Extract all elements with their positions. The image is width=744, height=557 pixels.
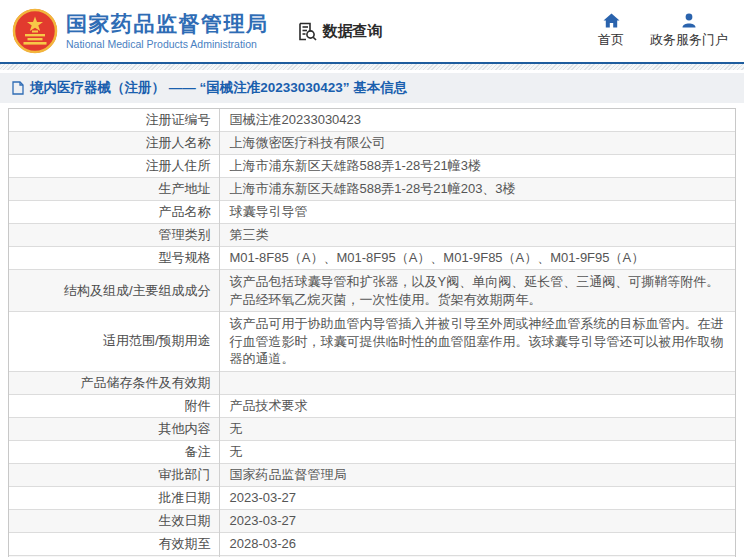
table-row: 适用范围/预期用途 该产品可用于协助血管内导管插入并被引导至外周或神经血管系统的… [9,312,735,372]
table-row: 备注 无 [9,440,735,463]
row-label: 型号规格 [9,247,219,270]
nav-gov-portal-label: 政务服务门户 [650,31,728,49]
header-nav: 首页 政务服务门户 [598,13,728,49]
row-label: 管理类别 [9,224,219,247]
row-label: 审批部门 [9,463,219,486]
hatch-band-divider [0,64,744,70]
org-title-en: National Medical Products Administration [66,38,269,50]
table-row: 注册人名称 上海微密医疗科技有限公司 [9,132,735,155]
row-value [219,371,735,394]
row-label: 注册证编号 [9,109,219,132]
row-label: 其他内容 [9,417,219,440]
row-value: 产品技术要求 [219,394,735,417]
registration-info-table: 注册证编号 国械注准20233030423 注册人名称 上海微密医疗科技有限公司… [9,109,735,557]
document-icon [12,81,24,95]
row-label: 生产地址 [9,178,219,201]
row-value: 2023-03-27 [219,509,735,532]
row-value: 无 [219,440,735,463]
row-label: 生效日期 [9,509,219,532]
nav-home[interactable]: 首页 [598,13,624,49]
row-value: 上海市浦东新区天雄路588弄1-28号21幢3楼 [219,155,735,178]
row-value: 无 [219,417,735,440]
row-value: 2023-03-27 [219,486,735,509]
row-value: 第三类 [219,224,735,247]
row-label: 结构及组成/主要组成成分 [9,270,219,312]
breadcrumb: 境内医疗器械（注册） —— “国械注准20233030423” 基本信息 [0,73,744,103]
table-row: 产品名称 球囊导引导管 [9,201,735,224]
home-icon [603,13,620,28]
org-title-cn: 国家药品监督管理局 [66,12,269,36]
row-label: 产品储存条件及有效期 [9,371,219,394]
table-row: 批准日期 2023-03-27 [9,486,735,509]
table-row: 注册证编号 国械注准20233030423 [9,109,735,132]
user-icon [681,13,697,28]
table-row: 其他内容 无 [9,417,735,440]
table-row: 有效期至 2028-03-26 [9,532,735,555]
table-row: 生效日期 2023-03-27 [9,509,735,532]
brand-logo-block: 国家药品监督管理局 National Medical Products Admi… [12,8,269,54]
row-value: 国家药品监督管理局 [219,463,735,486]
table-row: 注册人住所 上海市浦东新区天雄路588弄1-28号21幢3楼 [9,155,735,178]
row-value: 该产品包括球囊导管和扩张器，以及Y阀、单向阀、延长管、三通阀、可撕鞘等附件。产品… [219,270,735,312]
table-row: 附件 产品技术要求 [9,394,735,417]
registration-info-panel: 注册证编号 国械注准20233030423 注册人名称 上海微密医疗科技有限公司… [8,108,736,557]
row-value: 上海市浦东新区天雄路588弄1-28号21幢203、3楼 [219,178,735,201]
brand-text: 国家药品监督管理局 National Medical Products Admi… [66,12,269,50]
row-label: 适用范围/预期用途 [9,312,219,372]
breadcrumb-text: 境内医疗器械（注册） —— “国械注准20233030423” 基本信息 [30,79,407,97]
table-row: 管理类别 第三类 [9,224,735,247]
table-row: 产品储存条件及有效期 [9,371,735,394]
table-row: 结构及组成/主要组成成分 该产品包括球囊导管和扩张器，以及Y阀、单向阀、延长管、… [9,270,735,312]
row-label: 附件 [9,394,219,417]
data-query-button[interactable]: 数据查询 [297,21,383,42]
row-value: 国械注准20233030423 [219,109,735,132]
nav-home-label: 首页 [598,31,624,49]
site-header: 国家药品监督管理局 National Medical Products Admi… [0,0,744,62]
table-row: 生产地址 上海市浦东新区天雄路588弄1-28号21幢203、3楼 [9,178,735,201]
row-value: 2028-03-26 [219,532,735,555]
nav-gov-portal[interactable]: 政务服务门户 [650,13,728,49]
national-emblem-logo [12,8,58,54]
row-label: 产品名称 [9,201,219,224]
row-value: 该产品可用于协助血管内导管插入并被引导至外周或神经血管系统的目标血管内。在进行血… [219,312,735,372]
row-value: 球囊导引导管 [219,201,735,224]
data-query-icon [297,21,318,42]
table-row: 审批部门 国家药品监督管理局 [9,463,735,486]
row-value: M01-8F85（A）、M01-8F95（A）、M01-9F85（A）、M01-… [219,247,735,270]
row-label: 备注 [9,440,219,463]
table-row: 型号规格 M01-8F85（A）、M01-8F95（A）、M01-9F85（A）… [9,247,735,270]
row-label: 注册人名称 [9,132,219,155]
row-label: 批准日期 [9,486,219,509]
data-query-label: 数据查询 [323,22,383,41]
row-label: 有效期至 [9,532,219,555]
row-value: 上海微密医疗科技有限公司 [219,132,735,155]
row-label: 注册人住所 [9,155,219,178]
